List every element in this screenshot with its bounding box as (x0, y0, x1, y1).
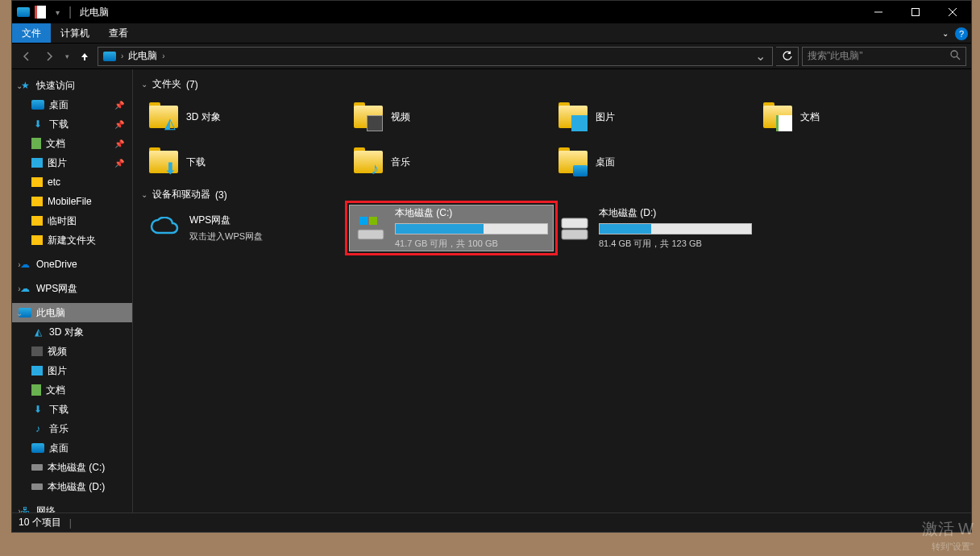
sidebar-item-drive-d[interactable]: 本地磁盘 (D:) (12, 477, 132, 496)
cloud-icon (149, 212, 181, 244)
ribbon-tabs: 文件 计算机 查看 ⌄ ? (12, 23, 971, 44)
group-header-drives[interactable]: ⌄ 设备和驱动器 (3) (138, 185, 971, 205)
nav-back-button[interactable] (17, 47, 36, 66)
quick-access-toolbar: ▾ (12, 4, 65, 20)
address-location[interactable]: 此电脑 (125, 48, 160, 65)
nav-history-dropdown[interactable]: ▾ (62, 47, 72, 66)
drive-icon (355, 212, 387, 244)
sidebar-item-downloads[interactable]: ⬇ 下载 📌 (12, 114, 132, 134)
folder-icon: ◭ (147, 101, 180, 133)
sidebar-item-pictures[interactable]: 图片 (12, 361, 132, 380)
help-icon[interactable]: ? (955, 27, 968, 40)
sidebar-item-label: 临时图 (48, 214, 77, 228)
sidebar-item-label: 本地磁盘 (C:) (48, 461, 105, 475)
refresh-button[interactable] (776, 47, 799, 66)
sidebar-item-music[interactable]: ♪ 音乐 (12, 419, 132, 438)
document-icon (31, 138, 41, 149)
sidebar-item-3dobjects[interactable]: ◭ 3D 对象 (12, 322, 132, 342)
folder-pictures[interactable]: 图片 (554, 94, 758, 139)
qat-document-icon[interactable] (35, 6, 46, 19)
minimize-button[interactable] (860, 1, 897, 23)
sidebar-network[interactable]: › 🖧 网络 (12, 501, 132, 512)
download-icon: ⬇ (31, 118, 44, 131)
group-header-folders[interactable]: ⌄ 文件夹 (7) (138, 74, 971, 94)
sidebar-item-desktop[interactable]: 桌面 📌 (12, 95, 132, 114)
status-bar: 10 个项目 | (12, 512, 971, 532)
address-separator-2[interactable]: › (160, 52, 166, 60)
close-button[interactable] (934, 1, 971, 23)
folder-icon (31, 177, 43, 187)
sidebar-item-drive-c[interactable]: 本地磁盘 (C:) (12, 458, 132, 477)
folder-desktop[interactable]: 桌面 (554, 139, 758, 185)
group-count: (3) (215, 189, 227, 201)
drive-icon (31, 483, 43, 490)
sidebar-quick-access[interactable]: ⌄ ★ 快速访问 (12, 76, 132, 95)
drive-name: WPS网盘 (189, 214, 344, 227)
folder-label: 3D 对象 (186, 110, 221, 124)
chevron-down-icon[interactable]: ⌄ (14, 81, 25, 90)
folder-icon (31, 216, 43, 226)
sidebar-this-pc[interactable]: ⌄ 此电脑 (12, 303, 132, 322)
sidebar-item-desktop[interactable]: 桌面 (12, 438, 132, 458)
folder-3d-objects[interactable]: ◭ 3D 对象 (144, 94, 349, 139)
ribbon-tab-computer[interactable]: 计算机 (51, 23, 99, 43)
pin-icon: 📌 (114, 120, 124, 129)
sidebar-item-documents[interactable]: 文档 (12, 380, 132, 400)
address-separator[interactable]: › (119, 52, 125, 60)
svg-line-5 (957, 56, 960, 60)
ribbon-tab-view[interactable]: 查看 (99, 23, 138, 43)
chevron-right-icon[interactable]: › (14, 507, 25, 513)
folder-music[interactable]: ♪ 音乐 (349, 139, 554, 185)
drive-c[interactable]: 本地磁盘 (C:) 41.7 GB 可用，共 100 GB (349, 205, 554, 251)
maximize-button[interactable] (897, 1, 934, 23)
address-dropdown-icon[interactable]: ⌄ (750, 48, 770, 64)
sidebar-item-label: 下载 (49, 403, 69, 417)
svg-rect-10 (562, 218, 588, 228)
folder-documents[interactable]: 文档 (758, 94, 963, 139)
sidebar-item-label: 网络 (36, 504, 56, 513)
sidebar-item-label: 音乐 (49, 422, 69, 436)
titlebar: ▾ | 此电脑 (12, 1, 971, 23)
drives-grid: WPS网盘 双击进入WPS网盘 本地磁盘 (C:) (138, 205, 971, 251)
sidebar-item-mobilefile[interactable]: MobileFile (12, 192, 132, 211)
chevron-right-icon[interactable]: › (14, 260, 25, 269)
qat-dropdown-icon[interactable]: ▾ (49, 4, 65, 20)
chevron-right-icon[interactable]: › (14, 284, 25, 293)
folder-label: 桌面 (596, 156, 615, 169)
sidebar-item-tempimg[interactable]: 临时图 (12, 211, 132, 230)
folders-grid: ◭ 3D 对象 视频 图片 (138, 94, 971, 185)
folder-downloads[interactable]: ⬇ 下载 (144, 139, 349, 185)
chevron-down-icon[interactable]: ⌄ (14, 309, 25, 317)
sidebar-item-label: OneDrive (36, 259, 77, 270)
ribbon-tab-file[interactable]: 文件 (12, 23, 51, 43)
sidebar-item-etc[interactable]: etc (12, 172, 132, 192)
ribbon-expand-icon[interactable]: ⌄ (942, 29, 949, 38)
sidebar-wpscloud[interactable]: › ☁ WPS网盘 (12, 279, 132, 298)
nav-up-button[interactable] (75, 47, 94, 66)
picture-icon (31, 158, 43, 168)
drive-d[interactable]: 本地磁盘 (D:) 81.4 GB 可用，共 123 GB (554, 205, 758, 251)
folder-videos[interactable]: 视频 (349, 94, 554, 139)
drive-subtext: 81.4 GB 可用，共 123 GB (599, 238, 754, 250)
3d-icon: ◭ (31, 326, 44, 338)
sidebar-item-label: 快速访问 (36, 79, 75, 93)
sidebar-item-label: 桌面 (49, 442, 69, 455)
drive-fill (396, 224, 484, 234)
sidebar-item-pictures[interactable]: 图片 📌 (12, 153, 132, 172)
sidebar-item-newfolder[interactable]: 新建文件夹 (12, 230, 132, 250)
window-title: 此电脑 (80, 6, 109, 19)
sidebar-item-downloads[interactable]: ⬇ 下载 (12, 400, 132, 419)
search-icon (949, 49, 961, 63)
drive-wps[interactable]: WPS网盘 双击进入WPS网盘 (144, 205, 349, 251)
search-box[interactable]: 搜索"此电脑" (802, 47, 966, 66)
folder-icon (352, 101, 384, 133)
desktop-icon (31, 443, 44, 453)
sidebar-item-videos[interactable]: 视频 (12, 342, 132, 361)
sidebar-onedrive[interactable]: › ☁ OneDrive (12, 255, 132, 274)
group-count: (7) (186, 79, 198, 90)
svg-rect-1 (912, 9, 920, 16)
address-bar[interactable]: › 此电脑 › ⌄ (98, 47, 773, 66)
sidebar-item-documents[interactable]: 文档 📌 (12, 134, 132, 153)
nav-forward-button[interactable] (39, 47, 59, 66)
drive-icon (559, 212, 591, 244)
